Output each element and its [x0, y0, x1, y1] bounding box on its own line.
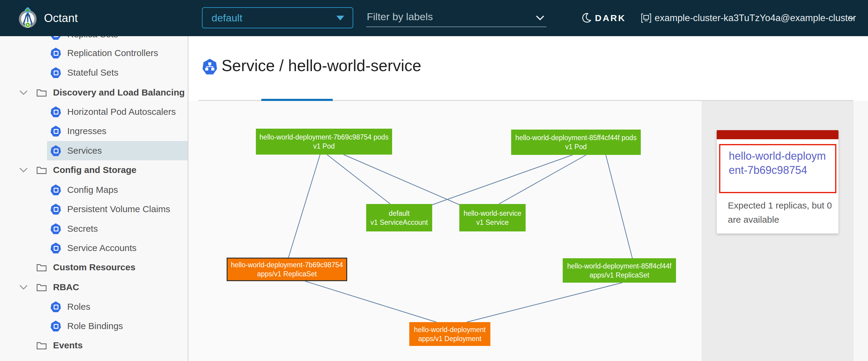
node-detail-link[interactable]: hello-world-deployment-7b69c98754	[729, 149, 828, 177]
moon-icon	[582, 13, 592, 24]
node-kind: v1 Service	[476, 218, 508, 227]
chevron-down-icon[interactable]	[19, 90, 28, 95]
cluster-icon	[641, 13, 652, 23]
service-accounts-icon	[51, 242, 61, 254]
sidebar-item-secrets[interactable]: Secrets	[0, 219, 188, 238]
sidebar-item-label: Services	[67, 141, 102, 160]
sidebar-item-config-maps[interactable]: Config Maps	[0, 180, 188, 199]
graph-edge	[327, 155, 390, 204]
sidebar-group-label: Custom Resources	[53, 258, 135, 277]
persistent-volume-claims-icon	[51, 204, 61, 215]
dropdown-caret-icon	[336, 16, 344, 21]
main-content: Service / hello-world-service Summary Re…	[188, 36, 868, 361]
sidebar-group-label: Discovery and Load Balancing	[53, 83, 185, 102]
dark-theme-label: DARK	[595, 0, 626, 36]
sidebar-item-label: Replica Sets	[67, 36, 118, 44]
folder-icon	[36, 341, 47, 350]
sidebar-item-ingresses[interactable]: Ingresses	[0, 122, 188, 141]
roles-icon	[51, 301, 61, 312]
sidebar-group-events[interactable]: Events	[0, 336, 188, 355]
graph-node-replicaset-7b69c98754[interactable]: hello-world-deployment-7b69c98754 apps/v…	[227, 258, 347, 281]
folder-icon	[36, 165, 47, 174]
stateful-sets-icon	[51, 67, 61, 78]
sidebar-group-rbac[interactable]: RBAC	[0, 277, 188, 297]
node-kind: v1 Pod	[565, 142, 587, 151]
sidebar-group-discovery-and-load-balancing[interactable]: Discovery and Load Balancing	[0, 83, 188, 102]
node-kind: apps/v1 Deployment	[418, 334, 482, 343]
sidebar-item-services[interactable]: Services	[47, 141, 188, 160]
scrollbar-track[interactable]	[854, 101, 868, 361]
secrets-icon	[51, 223, 61, 234]
node-title: hello-world-deployment	[414, 325, 486, 334]
selected-node-highlight-box: hello-world-deployment-7b69c98754	[719, 144, 836, 193]
sidebar-item-label: Ingresses	[67, 122, 106, 141]
top-header-bar: Octant default DARK example-clust	[0, 0, 868, 36]
status-danger-bar	[717, 130, 838, 139]
resource-graph-canvas[interactable]: hello-world-deployment-7b69c98754 pods v…	[188, 101, 702, 361]
graph-node-deployment-hello-world[interactable]: hello-world-deployment apps/v1 Deploymen…	[409, 322, 490, 346]
cluster-context-label: example-cluster-ka3TuTzYo4a@example-clus…	[655, 0, 856, 36]
role-bindings-icon	[51, 321, 61, 331]
graph-edge	[606, 155, 632, 258]
namespace-dropdown[interactable]: default	[202, 7, 353, 28]
node-title: default	[389, 209, 410, 218]
sidebar-group-label: Events	[53, 336, 83, 355]
sidebar-item-horizontal-pod-autoscalers[interactable]: Horizontal Pod Autoscalers	[0, 102, 188, 122]
node-kind: apps/v1 ReplicaSet	[590, 271, 649, 280]
namespace-dropdown-value: default	[212, 8, 242, 28]
sidebar-group-label: RBAC	[53, 277, 79, 297]
replication-controllers-icon	[51, 47, 61, 59]
node-kind: v1 Pod	[313, 142, 335, 151]
node-detail-card: hello-world-deployment-7b69c98754 Expect…	[717, 130, 838, 233]
label-filter	[366, 7, 547, 27]
chevron-down-icon[interactable]	[19, 168, 28, 173]
sidebar-group-config-and-storage[interactable]: Config and Storage	[0, 160, 188, 179]
node-title: hello-world-deployment-85ff4cf44f pods	[516, 133, 637, 142]
sidebar-item-stateful-sets[interactable]: Stateful Sets	[0, 63, 188, 82]
sidebar-group-label: Config and Storage	[53, 160, 136, 179]
service-resource-icon	[203, 59, 217, 75]
graph-edge	[305, 281, 436, 322]
ingresses-icon	[51, 126, 61, 136]
sidebar-item-replica-sets[interactable]: Replica Sets	[0, 36, 188, 44]
graph-node-service-hello-world[interactable]: hello-world-service v1 Service	[459, 204, 526, 231]
sidebar-item-label: Config Maps	[67, 180, 118, 199]
services-icon	[51, 145, 61, 156]
sidebar-item-label: Role Bindings	[67, 317, 123, 336]
sidebar-group-custom-resources[interactable]: Custom Resources	[0, 258, 188, 277]
sidebar-item-label: Persistent Volume Claims	[67, 199, 170, 219]
graph-edge	[431, 155, 572, 205]
node-title: hello-world-deployment-85ff4cf44f	[567, 262, 672, 271]
chevron-down-icon[interactable]	[19, 285, 28, 290]
config-maps-icon	[51, 185, 61, 195]
graph-node-serviceaccount-default[interactable]: default v1 ServiceAccount	[366, 204, 432, 231]
graph-node-replicaset-85ff4cf44f[interactable]: hello-world-deployment-85ff4cf44f apps/v…	[563, 258, 676, 283]
sidebar-item-label: Roles	[67, 297, 90, 317]
graph-edge	[344, 155, 461, 205]
octant-logo-icon	[17, 7, 38, 29]
graph-edge	[467, 283, 622, 322]
page-title: Service / hello-world-service	[221, 56, 421, 75]
sidebar-item-service-accounts[interactable]: Service Accounts	[0, 238, 188, 258]
sidebar-item-label: Service Accounts	[67, 238, 136, 258]
horizontal-pod-autoscalers-icon	[51, 106, 61, 117]
sidebar-item-label: Secrets	[67, 219, 98, 238]
graph-edge	[288, 155, 320, 258]
node-detail-panel: hello-world-deployment-7b69c98754 Expect…	[702, 101, 854, 361]
node-kind: apps/v1 ReplicaSet	[257, 269, 317, 278]
replica-sets-icon	[51, 36, 61, 40]
sidebar-item-roles[interactable]: Roles	[0, 297, 188, 317]
folder-icon	[36, 263, 47, 272]
sidebar-item-label: Horizontal Pod Autoscalers	[67, 102, 176, 122]
folder-icon	[36, 283, 47, 292]
chevron-down-icon[interactable]	[535, 15, 545, 21]
graph-node-pod-7b69c98754[interactable]: hello-world-deployment-7b69c98754 pods v…	[256, 129, 392, 155]
node-title: hello-world-deployment-7b69c98754	[231, 260, 343, 269]
graph-node-pod-85ff4cf44f[interactable]: hello-world-deployment-85ff4cf44f pods v…	[511, 130, 641, 155]
sidebar-item-persistent-volume-claims[interactable]: Persistent Volume Claims	[0, 199, 188, 219]
sidebar-item-replication-controllers[interactable]: Replication Controllers	[0, 43, 188, 63]
label-filter-input[interactable]	[366, 7, 530, 26]
node-detail-message: Expected 1 replicas, but 0 are available	[728, 198, 833, 227]
sidebar-item-role-bindings[interactable]: Role Bindings	[0, 317, 188, 336]
sidebar-item-label: Replication Controllers	[67, 43, 158, 63]
